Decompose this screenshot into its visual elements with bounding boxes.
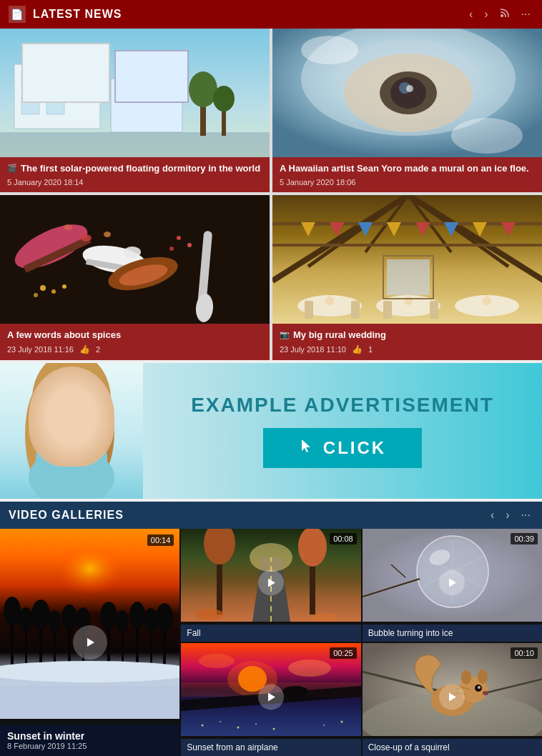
svg-marker-139 xyxy=(449,578,456,587)
news-next-button[interactable]: › xyxy=(481,6,491,22)
news-caption-hawaiian: A Hawaiian artist Sean Yoro made a mural… xyxy=(272,157,542,192)
svg-marker-155 xyxy=(268,692,275,701)
news-prev-button[interactable]: ‹ xyxy=(466,6,476,22)
video-caption-sunset-winter: Sunset in winter 8 February 2019 11:25 xyxy=(0,725,179,756)
news-more-button[interactable]: ··· xyxy=(518,6,533,22)
svg-point-113 xyxy=(156,603,173,632)
svg-point-47 xyxy=(169,247,174,251)
svg-rect-3 xyxy=(21,71,39,89)
film-icon: 🎬 xyxy=(7,163,17,173)
news-card-hawaiian[interactable]: A Hawaiian artist Sean Yoro made a mural… xyxy=(272,29,542,192)
svg-point-115 xyxy=(0,661,179,682)
svg-point-0 xyxy=(501,14,503,17)
latest-news-section: 📄 LATEST NEWS ‹ › ··· xyxy=(0,0,542,360)
video-card-squirrel[interactable]: 00:10 Close-up of a squirrel xyxy=(363,643,542,756)
video-section-title: VIDEO GALLERIES xyxy=(9,509,124,522)
svg-rect-9 xyxy=(117,86,132,100)
svg-point-147 xyxy=(199,654,235,668)
video-next-button[interactable]: › xyxy=(503,507,512,523)
svg-point-87 xyxy=(82,404,89,412)
news-header-left: 📄 LATEST NEWS xyxy=(9,6,122,23)
svg-rect-14 xyxy=(0,132,270,157)
video-title-fall: Fall xyxy=(187,628,200,638)
svg-rect-73 xyxy=(430,301,438,319)
svg-point-151 xyxy=(255,723,257,725)
news-card-spices[interactable]: A few words about spices 23 July 2018 11… xyxy=(0,195,270,360)
news-header-nav: ‹ › ··· xyxy=(466,6,533,22)
svg-point-74 xyxy=(325,297,334,305)
svg-rect-11 xyxy=(162,86,178,100)
video-more-button[interactable]: ··· xyxy=(518,507,533,523)
svg-point-109 xyxy=(129,602,145,629)
svg-rect-89 xyxy=(36,449,107,499)
advertisement-banner[interactable]: EXAMPLE ADVERTISEMENT CLICK xyxy=(0,363,542,499)
svg-point-153 xyxy=(323,725,325,726)
like-icon-wedding: 👍 xyxy=(352,344,363,354)
video-header-nav: ‹ › ··· xyxy=(488,507,533,523)
svg-point-28 xyxy=(301,36,358,64)
svg-rect-70 xyxy=(305,301,313,319)
svg-point-95 xyxy=(19,607,33,632)
video-title-squirrel: Close-up of a squirrel xyxy=(368,742,450,752)
svg-point-16 xyxy=(189,71,217,107)
news-meta-dormitory: 5 January 2020 18:14 xyxy=(7,178,262,186)
svg-point-75 xyxy=(404,297,413,305)
news-header-icon: 📄 xyxy=(9,6,26,23)
video-card-sunset-winter[interactable]: 00:14 Sunset in winter 8 February 2019 1… xyxy=(0,529,179,756)
news-meta-wedding: 23 July 2018 11:10 👍 1 xyxy=(280,344,535,354)
svg-point-83 xyxy=(41,377,102,449)
ad-click-label: CLICK xyxy=(323,438,386,458)
svg-point-165 xyxy=(478,686,481,689)
news-card-wedding[interactable]: 📷 My big rural wedding 23 July 2018 11:1… xyxy=(272,195,542,360)
svg-point-163 xyxy=(478,670,488,684)
svg-marker-117 xyxy=(87,638,94,647)
svg-point-18 xyxy=(213,86,235,111)
svg-marker-128 xyxy=(268,578,275,587)
video-duration-squirrel: 00:10 xyxy=(511,647,538,659)
video-play-airplane xyxy=(258,684,284,710)
video-play-fall xyxy=(258,570,284,595)
camera-icon: 📷 xyxy=(280,329,290,339)
svg-rect-2 xyxy=(14,64,100,129)
news-card-dormitory[interactable]: 🎬 The first solar-powered floating dormi… xyxy=(0,29,270,192)
svg-point-41 xyxy=(40,285,46,291)
svg-point-45 xyxy=(177,236,181,240)
video-card-airplane[interactable]: 00:25 Sunset from an airplane xyxy=(181,643,360,756)
svg-point-35 xyxy=(104,232,111,237)
svg-point-145 xyxy=(282,686,308,697)
svg-point-46 xyxy=(187,243,192,247)
ad-content: EXAMPLE ADVERTISEMENT CLICK xyxy=(143,379,542,482)
svg-point-146 xyxy=(288,660,331,677)
svg-point-148 xyxy=(202,724,204,726)
video-play-squirrel xyxy=(439,684,465,710)
news-title-dormitory: 🎬 The first solar-powered floating dormi… xyxy=(7,163,262,175)
svg-rect-4 xyxy=(46,71,64,89)
svg-marker-167 xyxy=(449,692,456,701)
svg-rect-6 xyxy=(21,96,39,114)
svg-rect-72 xyxy=(383,301,392,319)
news-title-spices: A few words about spices xyxy=(7,329,262,342)
svg-point-34 xyxy=(64,224,72,230)
news-caption-dormitory: 🎬 The first solar-powered floating dormi… xyxy=(0,157,270,192)
news-caption-wedding: 📷 My big rural wedding 23 July 2018 11:1… xyxy=(272,324,542,360)
video-card-bubble[interactable]: 00:39 Bubble turning into ice xyxy=(363,529,542,642)
svg-point-105 xyxy=(100,602,117,630)
like-icon-spices: 👍 xyxy=(79,344,90,354)
video-prev-button[interactable]: ‹ xyxy=(488,507,497,523)
svg-point-126 xyxy=(195,609,224,620)
svg-point-76 xyxy=(483,297,491,305)
svg-point-111 xyxy=(144,608,158,632)
ad-click-button[interactable]: CLICK xyxy=(263,428,422,468)
news-section-title: LATEST NEWS xyxy=(33,8,122,21)
news-section-header: 📄 LATEST NEWS ‹ › ··· xyxy=(0,0,542,29)
news-rss-button[interactable] xyxy=(497,6,513,22)
video-caption-airplane: Sunset from an airplane xyxy=(181,739,360,756)
svg-point-166 xyxy=(483,691,488,695)
svg-point-29 xyxy=(451,118,523,154)
svg-rect-116 xyxy=(0,686,179,719)
news-meta-hawaiian: 5 January 2020 18:06 xyxy=(280,178,535,186)
video-duration-sunset-winter: 00:14 xyxy=(147,534,174,546)
video-card-fall[interactable]: 00:08 Fall xyxy=(181,529,360,642)
svg-point-80 xyxy=(32,363,111,445)
svg-rect-13 xyxy=(91,66,95,74)
